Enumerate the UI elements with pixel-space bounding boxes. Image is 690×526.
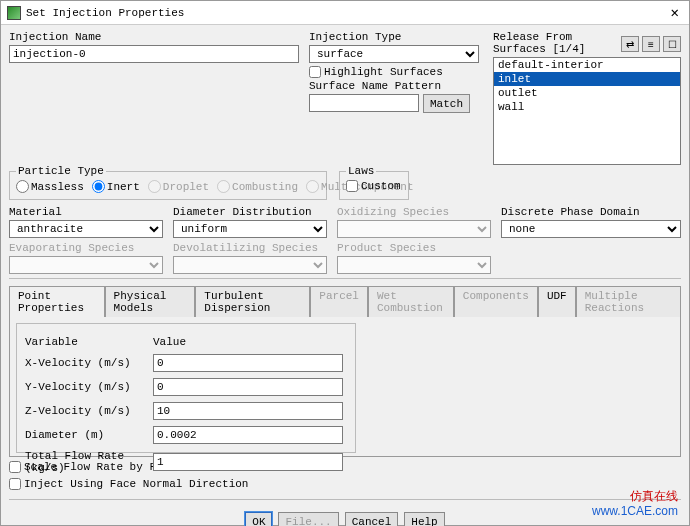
tab-turbulent-dispersion[interactable]: Turbulent Dispersion: [195, 286, 310, 317]
oxidizing-select: [337, 220, 491, 238]
table-row: Z-Velocity (m/s): [25, 400, 347, 422]
list-item[interactable]: inlet: [494, 72, 680, 86]
product-label: Product Species: [337, 242, 491, 254]
laws-custom-checkbox[interactable]: Custom: [346, 180, 401, 192]
tab-wet-combustion: Wet Combustion: [368, 286, 454, 317]
oxidizing-label: Oxidizing Species: [337, 206, 491, 218]
surface-name-pattern-input[interactable]: [309, 94, 419, 112]
total-flow-rate-input[interactable]: [153, 453, 343, 471]
cancel-button[interactable]: Cancel: [345, 512, 399, 526]
select-none-icon[interactable]: ☐: [663, 36, 681, 52]
diameter-dist-select[interactable]: uniform: [173, 220, 327, 238]
laws-label: Laws: [346, 165, 376, 177]
release-label: Release From Surfaces [1/4]: [493, 31, 621, 55]
window-title: Set Injection Properties: [26, 7, 184, 19]
dpd-label: Discrete Phase Domain: [501, 206, 681, 218]
evap-select: [9, 256, 163, 274]
select-all-icon[interactable]: ≡: [642, 36, 660, 52]
y-velocity-input[interactable]: [153, 378, 343, 396]
injection-name-label: Injection Name: [9, 31, 299, 43]
inject-normal-checkbox[interactable]: Inject Using Face Normal Direction: [9, 478, 248, 490]
list-item[interactable]: default-interior: [494, 58, 680, 72]
devol-label: Devolatilizing Species: [173, 242, 327, 254]
close-icon[interactable]: ✕: [667, 4, 683, 21]
injection-type-select[interactable]: surface: [309, 45, 479, 63]
dpd-select[interactable]: none: [501, 220, 681, 238]
select-reverse-icon[interactable]: ⇄: [621, 36, 639, 52]
tab-udf[interactable]: UDF: [538, 286, 576, 317]
variable-header: Variable: [25, 334, 151, 350]
table-row: Diameter (m): [25, 424, 347, 446]
injection-name-input[interactable]: [9, 45, 299, 63]
app-icon: [7, 6, 21, 20]
particle-type-massless[interactable]: Massless: [16, 180, 84, 193]
diameter-dist-label: Diameter Distribution: [173, 206, 327, 218]
list-item[interactable]: outlet: [494, 86, 680, 100]
table-row: Total Flow Rate (kg/s): [25, 448, 347, 476]
highlight-surfaces-checkbox[interactable]: Highlight Surfaces: [309, 66, 479, 78]
z-velocity-input[interactable]: [153, 402, 343, 420]
tab-components: Components: [454, 286, 538, 317]
tab-physical-models[interactable]: Physical Models: [105, 286, 196, 317]
diameter-input[interactable]: [153, 426, 343, 444]
particle-type-inert[interactable]: Inert: [92, 180, 140, 193]
particle-type-label: Particle Type: [16, 165, 106, 177]
tab-parcel: Parcel: [310, 286, 368, 317]
help-button[interactable]: Help: [404, 512, 444, 526]
devol-select: [173, 256, 327, 274]
material-select[interactable]: anthracite: [9, 220, 163, 238]
particle-type-droplet: Droplet: [148, 180, 209, 193]
release-surfaces-list[interactable]: default-interiorinletoutletwall: [493, 57, 681, 165]
particle-type-combusting: Combusting: [217, 180, 298, 193]
value-header: Value: [153, 334, 347, 350]
tab-multiple-reactions: Multiple Reactions: [576, 286, 681, 317]
evap-label: Evaporating Species: [9, 242, 163, 254]
table-row: X-Velocity (m/s): [25, 352, 347, 374]
match-button[interactable]: Match: [423, 94, 470, 113]
surface-name-pattern-label: Surface Name Pattern: [309, 80, 479, 92]
tab-point-properties[interactable]: Point Properties: [9, 286, 105, 317]
material-label: Material: [9, 206, 163, 218]
ok-button[interactable]: OK: [245, 512, 272, 526]
injection-type-label: Injection Type: [309, 31, 479, 43]
product-select: [337, 256, 491, 274]
file-button: File...: [278, 512, 338, 526]
x-velocity-input[interactable]: [153, 354, 343, 372]
table-row: Y-Velocity (m/s): [25, 376, 347, 398]
list-item[interactable]: wall: [494, 100, 680, 114]
